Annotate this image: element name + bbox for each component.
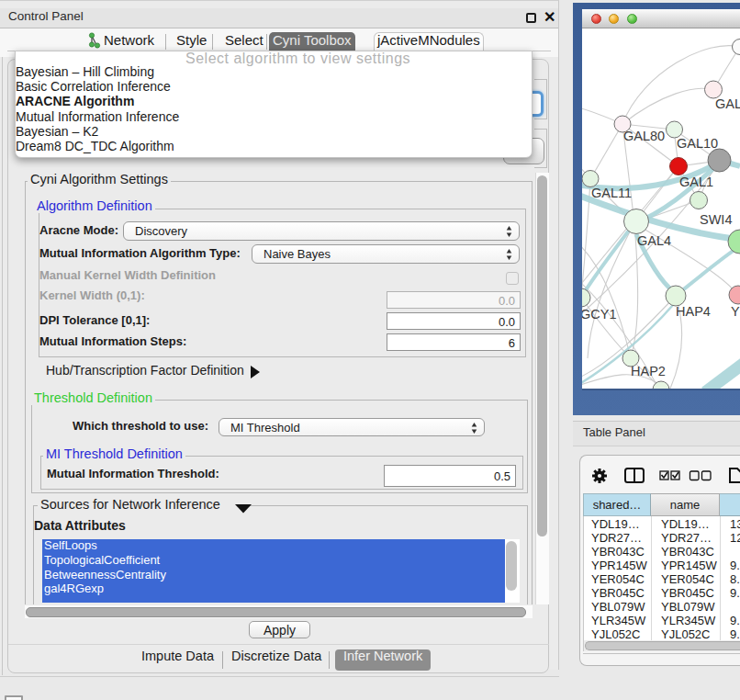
svg-text:HAP4: HAP4 bbox=[676, 304, 711, 319]
svg-text:GCY1: GCY1 bbox=[582, 307, 617, 322]
svg-text:HAP2: HAP2 bbox=[631, 364, 666, 378]
svg-text:YM: YM bbox=[731, 304, 740, 319]
svg-text:GAL11: GAL11 bbox=[591, 186, 632, 200]
svg-text:SWI4: SWI4 bbox=[700, 212, 732, 227]
svg-text:GAL10: GAL10 bbox=[677, 136, 718, 151]
svg-text:GAL4: GAL4 bbox=[637, 233, 671, 248]
svg-text:GAL80: GAL80 bbox=[623, 129, 665, 143]
svg-text:GAL7: GAL7 bbox=[715, 96, 740, 111]
svg-text:GAL1: GAL1 bbox=[679, 175, 713, 189]
